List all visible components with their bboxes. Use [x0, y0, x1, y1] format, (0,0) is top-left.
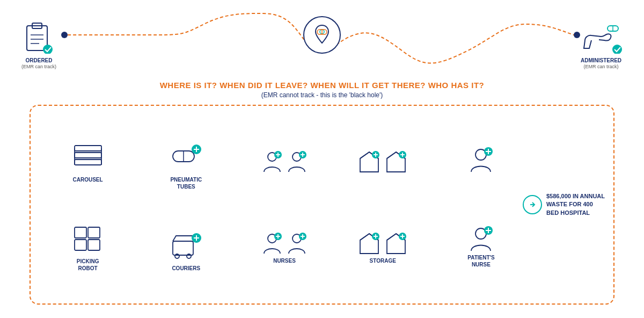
svg-rect-16: [75, 160, 101, 165]
couriers-icon: [169, 232, 203, 261]
carousel-icon: [72, 143, 104, 172]
arrow-right-icon: [528, 200, 537, 209]
svg-rect-19: [75, 227, 86, 238]
storage-label: STORAGE: [370, 257, 396, 264]
questions-area: WHERE IS IT? WHEN DID IT LEAVE? WHEN WIL…: [0, 81, 644, 99]
col-5-patients-nurse: PATIENT'S NURSE: [432, 117, 530, 298]
ordered-label: ORDERED: [21, 57, 56, 64]
carousel-label: CAROUSEL: [73, 176, 103, 183]
ordered-node: ORDERED (EMR can track): [21, 21, 56, 69]
flow-section: ORDERED (EMR can track): [0, 11, 644, 107]
storage-icon-1: [358, 150, 380, 175]
ordered-sub: (EMR can track): [21, 64, 56, 69]
storage-icon-4: [385, 232, 407, 256]
pneumatic-tubes-cell: PNEUMATIC TUBES: [169, 143, 203, 190]
nurses-label: NURSES: [273, 257, 296, 264]
patients-nurse-bottom-wrap: PATIENT'S NURSE: [467, 226, 494, 268]
waste-label: $586,000 IN ANNUAL WASTE FOR 400 BED HOS…: [546, 192, 605, 217]
ordered-icon: [24, 21, 54, 54]
patients-nurse-top: [469, 147, 493, 176]
admin-sub: (EMR can track): [580, 64, 623, 69]
svg-rect-15: [75, 153, 101, 158]
couriers-label: COURIERS: [172, 265, 200, 272]
nurses-bottom-pair: [262, 232, 307, 256]
picking-robot-cell: PICKING ROBOT: [72, 225, 104, 272]
svg-point-13: [612, 45, 622, 54]
pneumatic-tubes-label: PNEUMATIC TUBES: [170, 176, 202, 190]
storage-top-pair: [358, 150, 407, 175]
bottom-box-wrapper: CAROUSEL PICKING ROBOT: [30, 105, 614, 305]
question-sub: (EMR cannot track - this is the 'black h…: [0, 91, 644, 99]
pill-icon: [309, 24, 335, 46]
dashed-box: CAROUSEL PICKING ROBOT: [30, 105, 614, 305]
picking-robot-label: PICKING ROBOT: [77, 258, 99, 272]
col-2: PNEUMATIC TUBES: [137, 117, 235, 298]
nurse-icon-2: [287, 150, 307, 175]
waste-arrow-circle: [523, 195, 542, 214]
nurses-top-pair: [262, 150, 307, 175]
patients-nurse-label: PATIENT'S NURSE: [467, 254, 494, 268]
icons-area: CAROUSEL PICKING ROBOT: [39, 117, 530, 298]
col-3-nurses: NURSES: [235, 117, 333, 298]
picking-robot-icon: [72, 225, 104, 254]
couriers-cell: COURIERS: [169, 232, 203, 272]
nurse-icon-3: [262, 232, 282, 256]
svg-point-0: [61, 32, 68, 38]
svg-rect-21: [88, 227, 100, 238]
pneumatic-tubes-icon: [169, 143, 203, 172]
pill-node: [303, 16, 341, 54]
admin-icon: [580, 21, 623, 54]
col-4-storage: STORAGE: [334, 117, 432, 298]
storage-icon-2: [385, 150, 407, 175]
carousel-cell: CAROUSEL: [72, 143, 104, 183]
svg-rect-28: [173, 241, 193, 255]
svg-rect-20: [75, 240, 86, 250]
svg-rect-22: [88, 240, 100, 250]
nurses-bottom-pair-wrap: NURSES: [262, 232, 307, 264]
svg-rect-14: [75, 146, 101, 151]
waste-area: $586,000 IN ANNUAL WASTE FOR 400 BED HOS…: [523, 192, 605, 217]
svg-point-7: [43, 45, 53, 54]
storage-icon-3: [358, 232, 380, 256]
storage-bottom-pair: [358, 232, 407, 256]
nurse-icon-1: [262, 150, 282, 175]
patients-nurse-icon-1: [469, 147, 493, 174]
patients-nurse-icon-2: [469, 226, 493, 253]
nurse-icon-4: [287, 232, 307, 256]
admin-node: ADMINISTERED (EMR can track): [580, 21, 623, 69]
page-container: ORDERED (EMR can track): [0, 0, 644, 318]
storage-bottom-pair-wrap: STORAGE: [358, 232, 407, 264]
question-main: WHERE IS IT? WHEN DID IT LEAVE? WHEN WIL…: [0, 81, 644, 90]
col-1: CAROUSEL PICKING ROBOT: [39, 117, 137, 298]
admin-label: ADMINISTERED: [580, 57, 623, 64]
